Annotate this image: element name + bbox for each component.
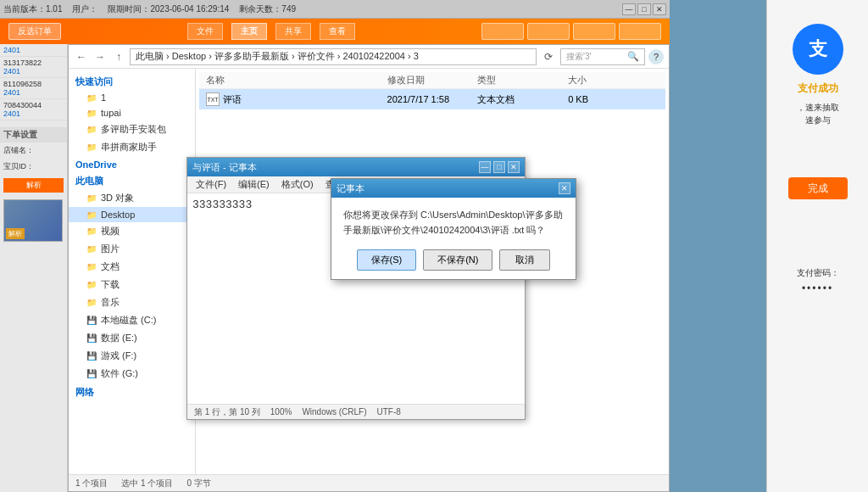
search-icon: 🔍 xyxy=(627,51,639,62)
order-row-4[interactable]: 7084300442401 xyxy=(0,99,67,120)
notepad-close-button[interactable]: ✕ xyxy=(508,161,520,173)
notepad-line-col: 第 1 行，第 10 列 xyxy=(194,406,260,418)
dialog-close-button[interactable]: ✕ xyxy=(559,182,570,194)
file-row-1[interactable]: TXT 评语 2021/7/17 1:58 文本文档 0 KB xyxy=(199,89,665,109)
sidebar-item-pictures[interactable]: 📁 图片 xyxy=(69,240,195,258)
forward-button[interactable]: → xyxy=(92,49,108,64)
sidebar-item-documents[interactable]: 📁 文档 xyxy=(69,258,195,276)
tab-file[interactable]: 文件 xyxy=(187,23,223,40)
sidebar-item-drive-c[interactable]: 💾 本地磁盘 (C:) xyxy=(69,311,195,329)
help-button[interactable]: ? xyxy=(648,49,664,64)
sidebar-label-music: 音乐 xyxy=(101,296,120,309)
sidebar-item-desktop[interactable]: 📁 Desktop xyxy=(69,207,195,222)
notepad-status-bar: 第 1 行，第 10 列 100% Windows (CRLF) UTF-8 xyxy=(187,404,525,419)
notepad-minimize-button[interactable]: — xyxy=(479,161,491,173)
sidebar-label-3d: 3D 对象 xyxy=(101,192,134,204)
drive-icon-f: 💾 xyxy=(86,351,97,361)
folder-icon-music: 📁 xyxy=(86,298,97,308)
payment-code-label: 支付密码： xyxy=(797,267,839,279)
reverse-order-button[interactable]: 反选订单 xyxy=(8,23,61,40)
folder-icon-3d: 📁 xyxy=(86,193,97,204)
col-name[interactable]: 名称 xyxy=(206,74,387,87)
banner-btn-2[interactable] xyxy=(527,23,570,40)
sidebar-label-documents: 文档 xyxy=(101,260,120,273)
user-info: 用户： xyxy=(72,3,97,15)
sidebar-item-1[interactable]: 📁 1 xyxy=(69,90,195,105)
file-date: 2021/7/17 1:58 xyxy=(387,94,478,104)
dialog-save-button[interactable]: 保存(S) xyxy=(357,249,417,271)
selected-count: 选中 1 个项目 xyxy=(121,478,173,489)
sidebar-label-installer: 多评助手安装包 xyxy=(101,123,166,136)
drive-icon-c: 💾 xyxy=(86,316,97,326)
notepad-zoom: 100% xyxy=(270,407,292,417)
sidebar-item-video[interactable]: 📁 视频 xyxy=(69,222,195,240)
sidebar-item-drive-e[interactable]: 💾 数据 (E:) xyxy=(69,329,195,347)
dialog-body: 你想将更改保存到 C:\Users\Admin\Desktop\评多多助手最新版… xyxy=(331,198,576,244)
folder-icon-video: 📁 xyxy=(86,226,97,237)
notepad-maximize-button[interactable]: □ xyxy=(493,161,505,173)
version-info: 当前版本：1.01 xyxy=(3,3,62,15)
sidebar-item-downloads[interactable]: 📁 下载 xyxy=(69,276,195,294)
sidebar-item-3d[interactable]: 📁 3D 对象 xyxy=(69,189,195,207)
sidebar-item-installer[interactable]: 📁 多评助手安装包 xyxy=(69,120,195,138)
resolve-button[interactable]: 解析 xyxy=(3,178,64,193)
sidebar-label-pictures: 图片 xyxy=(101,243,120,255)
thumbnail-preview: 解析 xyxy=(0,198,67,243)
up-button[interactable]: ↑ xyxy=(111,49,126,64)
folder-icon-1: 📁 xyxy=(86,92,97,103)
tab-share[interactable]: 共享 xyxy=(275,23,311,40)
sidebar-item-tupai[interactable]: 📁 tupai xyxy=(69,105,195,120)
item-id-label: 宝贝ID： xyxy=(0,159,67,175)
file-type-icon: TXT xyxy=(206,92,220,106)
notepad-menu-file[interactable]: 文件(F) xyxy=(191,176,231,193)
refresh-button[interactable]: ⟳ xyxy=(540,48,557,65)
banner-btn-3[interactable] xyxy=(573,23,615,40)
close-button[interactable]: ✕ xyxy=(653,3,666,15)
maximize-button[interactable]: □ xyxy=(637,3,651,15)
sidebar-item-music[interactable]: 📁 音乐 xyxy=(69,294,195,311)
notepad-menu-edit[interactable]: 编辑(E) xyxy=(233,176,275,193)
sidebar-label-video: 视频 xyxy=(101,225,120,238)
address-bar: ← → ↑ 此电脑 › Desktop › 评多多助手最新版 › 评价文件 › … xyxy=(69,45,669,69)
sidebar-label-1: 1 xyxy=(101,92,106,103)
dialog-cancel-button[interactable]: 取消 xyxy=(499,249,550,271)
tab-home[interactable]: 主页 xyxy=(231,23,267,40)
sidebar-network[interactable]: 网络 xyxy=(69,383,195,400)
participate-text: 速参与 xyxy=(805,115,831,125)
sidebar-item-drive-f[interactable]: 💾 游戏 (F:) xyxy=(69,347,195,365)
sidebar-label-helper: 串拼商家助手 xyxy=(101,141,157,154)
banner-btn-1[interactable] xyxy=(481,23,524,40)
banner-action-buttons xyxy=(481,23,661,40)
bottom-section-title: 下单设置 xyxy=(0,127,67,143)
dialog-message: 你想将更改保存到 C:\Users\Admin\Desktop\评多多助手最新版… xyxy=(343,210,563,235)
banner-btn-4[interactable] xyxy=(619,23,661,40)
back-button[interactable]: ← xyxy=(74,49,89,64)
sidebar-onedrive[interactable]: OneDrive xyxy=(69,156,195,171)
folder-icon-helper: 📁 xyxy=(86,143,97,153)
notepad-menu-format[interactable]: 格式(O) xyxy=(276,176,319,193)
address-path[interactable]: 此电脑 › Desktop › 评多多助手最新版 › 评价文件 › 240102… xyxy=(130,48,537,65)
search-box[interactable]: 搜索'3' 🔍 xyxy=(560,48,645,65)
app-title-bar: 当前版本：1.01 用户： 限期时间：2023-06-04 16:29:14 剩… xyxy=(0,0,670,19)
folder-icon-tupai: 📁 xyxy=(86,108,97,118)
detail-button[interactable]: 解析 xyxy=(6,228,25,239)
done-button[interactable]: 完成 xyxy=(788,177,848,199)
col-type[interactable]: 类型 xyxy=(477,74,568,87)
sidebar-quick-access[interactable]: 快速访问 xyxy=(69,72,195,90)
minimize-button[interactable]: — xyxy=(622,3,636,15)
col-date[interactable]: 修改日期 xyxy=(387,74,478,87)
order-row-3[interactable]: 8110962582401 xyxy=(0,78,67,99)
remaining-info: 剩余天数：749 xyxy=(239,3,296,15)
notepad-title-bar: 与评语 - 记事本 — □ ✕ xyxy=(187,158,525,176)
tab-view[interactable]: 查看 xyxy=(320,23,355,40)
notepad-window-controls: — □ ✕ xyxy=(479,161,520,173)
sidebar-item-drive-g[interactable]: 💾 软件 (G:) xyxy=(69,365,195,383)
payment-draw-text: ，速来抽取 速参与 xyxy=(797,101,839,126)
col-size[interactable]: 大小 xyxy=(568,74,659,87)
order-row-2[interactable]: 3131738222401 xyxy=(0,57,67,78)
notepad-title: 与评语 - 记事本 xyxy=(192,161,479,174)
sidebar-thispc[interactable]: 此电脑 xyxy=(69,171,195,189)
sidebar-item-helper[interactable]: 📁 串拼商家助手 xyxy=(69,138,195,156)
banner-area: 反选订单 文件 主页 共享 查看 xyxy=(0,19,670,44)
dialog-dont-save-button[interactable]: 不保存(N) xyxy=(423,249,492,271)
